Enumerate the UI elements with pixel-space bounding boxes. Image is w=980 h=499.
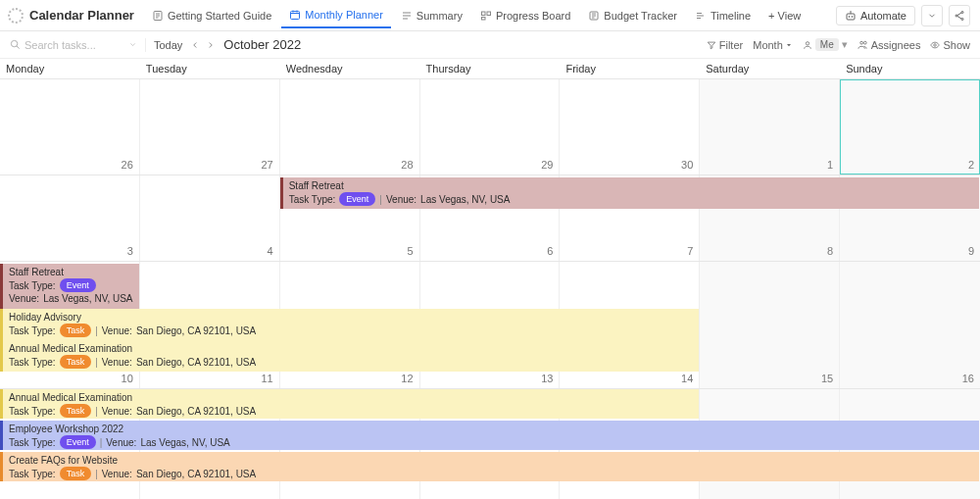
chevron-down-icon bbox=[128, 40, 137, 49]
me-filter-button[interactable]: Me ▾ bbox=[803, 38, 848, 51]
event-type-chip: Task bbox=[60, 355, 92, 369]
views-tabs: Getting Started GuideMonthly PlannerSumm… bbox=[144, 3, 808, 28]
date-number: 27 bbox=[261, 159, 272, 171]
search-input[interactable]: Search tasks... bbox=[10, 39, 137, 51]
date-number: 6 bbox=[547, 245, 553, 257]
filter-label: Filter bbox=[719, 39, 743, 51]
automate-button[interactable]: Automate bbox=[836, 6, 915, 25]
calendar-event[interactable]: Staff RetreatTask Type: Event | Venue: L… bbox=[280, 177, 979, 209]
assignees-button[interactable]: Assignees bbox=[858, 39, 921, 51]
tab-icon bbox=[152, 10, 164, 22]
view-mode-label: Month bbox=[753, 39, 783, 51]
tab-icon bbox=[480, 10, 492, 22]
tab-label: Budget Tracker bbox=[604, 10, 677, 22]
date-number: 29 bbox=[541, 159, 553, 171]
event-venue-label: Venue: bbox=[9, 292, 39, 305]
svg-point-14 bbox=[806, 41, 808, 44]
show-button[interactable]: Show bbox=[930, 39, 970, 51]
date-number: 11 bbox=[261, 373, 272, 384]
date-number: 30 bbox=[681, 159, 693, 171]
svg-point-12 bbox=[11, 40, 17, 46]
tab-icon bbox=[695, 10, 707, 22]
event-title: Employee Workshop 2022 bbox=[9, 423, 975, 435]
date-number: 16 bbox=[962, 373, 974, 384]
event-venue: San Diego, CA 92101, USA bbox=[136, 468, 256, 480]
date-number: 2 bbox=[968, 159, 974, 171]
event-venue: San Diego, CA 92101, USA bbox=[136, 324, 256, 337]
event-type-label: Task Type: bbox=[9, 356, 56, 369]
calendar-event[interactable]: Holiday AdvisoryTask Type: Task | Venue:… bbox=[0, 309, 699, 340]
event-title: Annual Medical Examination bbox=[9, 342, 695, 355]
event-title: Annual Medical Examination bbox=[9, 391, 695, 404]
filter-button[interactable]: Filter bbox=[707, 39, 743, 51]
tab-progress-board[interactable]: Progress Board bbox=[472, 4, 578, 27]
calendar-cell[interactable]: 29 bbox=[420, 79, 561, 175]
event-type-label: Task Type: bbox=[9, 324, 56, 337]
calendar-cell[interactable]: 1 bbox=[700, 79, 840, 175]
tab-timeline[interactable]: Timeline bbox=[687, 4, 759, 27]
calendar-event[interactable]: Annual Medical ExaminationTask Type: Tas… bbox=[0, 340, 699, 372]
day-header: Sunday bbox=[840, 59, 980, 78]
date-number: 8 bbox=[827, 245, 833, 257]
event-venue-label: Venue: bbox=[106, 436, 136, 449]
date-number: 4 bbox=[268, 245, 273, 257]
tab-summary[interactable]: Summary bbox=[393, 4, 470, 27]
calendar-cell[interactable]: 2 bbox=[840, 79, 980, 175]
loading-spinner-icon bbox=[8, 8, 24, 24]
event-type-label: Task Type: bbox=[9, 279, 56, 292]
automate-label: Automate bbox=[860, 10, 906, 22]
event-type-label: Task Type: bbox=[289, 193, 336, 206]
month-year-label: October 2022 bbox=[223, 37, 301, 52]
svg-point-7 bbox=[849, 16, 850, 17]
day-headers: MondayTuesdayWednesdayThursdayFridaySatu… bbox=[0, 59, 980, 79]
calendar-event[interactable]: Staff RetreatTask Type: EventVenue: Las … bbox=[0, 264, 139, 309]
calendar-cell[interactable]: 16 bbox=[840, 262, 980, 388]
event-venue: San Diego, CA 92101, USA bbox=[136, 405, 256, 418]
prev-month-button[interactable] bbox=[190, 40, 200, 50]
event-venue: San Diego, CA 92101, USA bbox=[136, 356, 256, 369]
event-venue-label: Venue: bbox=[102, 324, 132, 337]
next-month-button[interactable] bbox=[206, 40, 216, 50]
calendar-event[interactable]: Employee Workshop 2022Task Type: Event |… bbox=[0, 421, 979, 450]
event-type-chip: Task bbox=[60, 404, 92, 418]
calendar-cell[interactable]: 27 bbox=[140, 79, 280, 175]
svg-rect-2 bbox=[481, 12, 485, 16]
svg-point-9 bbox=[961, 11, 963, 13]
calendar-week: Annual Medical ExaminationTask Type: Tas… bbox=[0, 389, 980, 499]
tab-getting-started-guide[interactable]: Getting Started Guide bbox=[144, 4, 279, 27]
calendar-cell[interactable]: 4 bbox=[140, 175, 280, 261]
date-number: 28 bbox=[401, 159, 413, 171]
calendar-cell[interactable]: 3 bbox=[0, 175, 140, 261]
date-number: 14 bbox=[681, 373, 693, 384]
calendar-cell[interactable]: 15 bbox=[700, 262, 840, 388]
show-label: Show bbox=[943, 39, 970, 51]
tab-monthly-planner[interactable]: Monthly Planner bbox=[281, 3, 391, 28]
calendar-event[interactable]: Annual Medical ExaminationTask Type: Tas… bbox=[0, 389, 699, 419]
today-button[interactable]: Today bbox=[154, 39, 182, 51]
day-header: Wednesday bbox=[280, 59, 420, 78]
date-number: 15 bbox=[821, 373, 833, 384]
event-venue: Las Vegas, NV, USA bbox=[43, 292, 132, 305]
calendar-cell[interactable]: 30 bbox=[560, 79, 700, 175]
date-number: 3 bbox=[127, 245, 133, 257]
calendar-event[interactable]: Create FAQs for WebsiteTask Type: Task |… bbox=[0, 452, 979, 481]
event-title: Staff Retreat bbox=[289, 179, 975, 192]
event-venue-label: Venue: bbox=[102, 468, 132, 480]
calendar-week: 262728293012 bbox=[0, 79, 980, 175]
tab-label: Summary bbox=[416, 10, 463, 22]
event-venue: Las Vegas, NV, USA bbox=[420, 193, 510, 206]
svg-rect-3 bbox=[487, 12, 491, 16]
calendar-cell[interactable]: 28 bbox=[280, 79, 420, 175]
add-view-button[interactable]: + View bbox=[760, 4, 808, 27]
view-mode-dropdown[interactable]: Month bbox=[753, 39, 793, 51]
day-header: Tuesday bbox=[140, 59, 280, 78]
chevron-down-button[interactable] bbox=[921, 5, 943, 26]
tab-icon bbox=[588, 10, 600, 22]
svg-rect-4 bbox=[481, 17, 485, 20]
tab-budget-tracker[interactable]: Budget Tracker bbox=[580, 4, 685, 27]
svg-point-16 bbox=[863, 41, 866, 44]
event-venue-label: Venue: bbox=[102, 356, 132, 369]
search-icon bbox=[10, 39, 21, 50]
share-button[interactable] bbox=[949, 5, 970, 26]
calendar-cell[interactable]: 26 bbox=[0, 79, 140, 175]
